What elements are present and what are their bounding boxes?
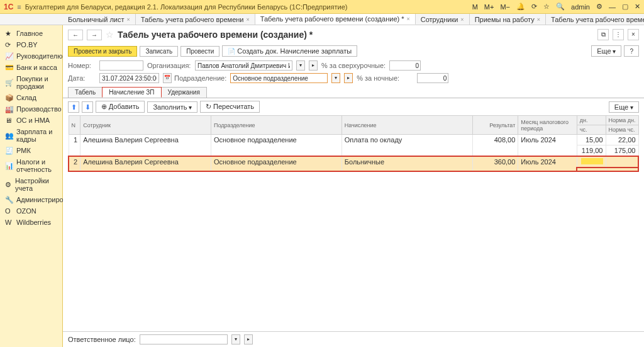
sidebar-item[interactable]: 🖥ОС и НМА <box>0 115 62 126</box>
document-tab[interactable]: Больничный лист× <box>63 14 136 25</box>
move-up-button[interactable]: ⬆ <box>68 101 79 113</box>
document-tab[interactable]: Сотрудники× <box>416 14 470 25</box>
favorite-icon[interactable]: ☆ <box>106 30 114 40</box>
grid-more-button[interactable]: Еще ▾ <box>609 101 639 113</box>
sidebar-item[interactable]: 📈Руководителю <box>0 50 62 62</box>
tab-close-icon[interactable]: × <box>537 16 540 23</box>
sub-tab[interactable]: Табель <box>68 87 103 98</box>
help-button[interactable]: ? <box>624 45 639 57</box>
write-button[interactable]: Записать <box>140 46 178 57</box>
number-input[interactable] <box>99 60 143 71</box>
tab-close-icon[interactable]: × <box>246 16 249 23</box>
tab-close-icon[interactable]: × <box>407 16 410 22</box>
date-input[interactable] <box>99 73 159 83</box>
sidebar-item[interactable]: 🧾РМК <box>0 145 62 156</box>
menu-icon[interactable]: ≡ <box>17 3 21 11</box>
table-row[interactable]: 2Алешина Валерия СергеевнаОсновное подра… <box>69 156 638 168</box>
sidebar-icon: ⚙ <box>5 181 11 188</box>
document-tab[interactable]: Приемы на работу× <box>470 14 546 25</box>
sidebar-icon: 🛒 <box>5 79 13 86</box>
window-controls: M M+ M− 🔔 ⟳ ☆ 🔍 admin ⚙ — ▢ ✕ <box>472 3 640 11</box>
org-open-icon[interactable]: ▸ <box>309 60 318 71</box>
form-row-2: Дата: 📅 Подразделение: ▾▸ % за ночные: <box>63 72 644 84</box>
document-tab[interactable]: Табель учета рабочего времени× <box>136 14 255 25</box>
more-button[interactable]: Еще ▾ <box>591 45 621 57</box>
sidebar-label: Банк и касса <box>16 64 57 71</box>
tab-close-icon[interactable]: × <box>126 16 130 23</box>
footer: Ответственное лицо: ▾▸ <box>63 331 644 347</box>
overtime-label: % за сверхурочные: <box>321 62 386 69</box>
sidebar-item[interactable]: 📊Налоги и отчетность <box>0 156 62 175</box>
dept-open-icon[interactable]: ▸ <box>344 73 353 83</box>
sidebar-item[interactable]: 👥Зарплата и кадры <box>0 126 62 145</box>
table-row[interactable]: 1Алешина Валерия СергеевнаОсновное подра… <box>69 135 638 145</box>
page-header: ← → ☆ Табель учета рабочего времени (соз… <box>63 25 644 44</box>
bell-icon[interactable]: 🔔 <box>516 3 525 11</box>
sidebar-item[interactable]: 🛒Покупки и продажи <box>0 73 62 92</box>
dept-input[interactable] <box>230 73 328 83</box>
sidebar-label: Налоги и отчетность <box>16 158 57 173</box>
sidebar-label: OZON <box>16 207 36 215</box>
sub-tab[interactable]: Удержания <box>161 87 207 98</box>
dept-dropdown-icon[interactable]: ▾ <box>331 73 340 83</box>
create-doc-button[interactable]: 📄 Создать док. Начисление зарплаты <box>222 45 357 57</box>
m-icon[interactable]: M <box>472 3 478 11</box>
night-input[interactable] <box>417 73 448 83</box>
recalc-button[interactable]: ↻ Пересчитать <box>200 101 260 113</box>
sidebar-icon: 🏭 <box>5 105 13 113</box>
sidebar-item[interactable]: 🏭Производство <box>0 103 62 115</box>
sidebar-item[interactable]: WWildberries <box>0 217 62 228</box>
close-icon[interactable]: ✕ <box>635 3 640 11</box>
sidebar-item[interactable]: 📦Склад <box>0 92 62 103</box>
sidebar-icon: ★ <box>5 30 13 37</box>
sidebar-label: Руководителю <box>16 52 62 60</box>
sidebar-icon: W <box>5 219 13 226</box>
page-title: Табель учета рабочего времени (создание)… <box>118 30 313 40</box>
history-icon[interactable]: ⟳ <box>531 3 537 11</box>
settings-icon[interactable]: ⚙ <box>596 3 602 11</box>
responsible-open-icon[interactable]: ▸ <box>244 334 253 344</box>
minimize-icon[interactable]: — <box>609 3 616 11</box>
sidebar-item[interactable]: ⟳PO.BY <box>0 39 62 50</box>
overtime-input[interactable] <box>389 60 421 71</box>
sidebar-label: Wildberries <box>16 219 51 226</box>
sidebar-icon: ⟳ <box>5 41 13 48</box>
data-grid[interactable]: NСотрудникПодразделениеНачислениеРезульт… <box>68 115 639 172</box>
document-tab[interactable]: Табель учета рабочего времени 0000-0055 … <box>546 14 644 25</box>
responsible-input[interactable] <box>140 334 228 344</box>
tab-close-icon[interactable]: × <box>460 16 464 23</box>
org-input[interactable] <box>195 60 292 71</box>
forward-button[interactable]: → <box>87 30 102 40</box>
detach-icon[interactable]: ⧉ <box>597 29 609 40</box>
sidebar-item[interactable]: 💳Банк и касса <box>0 62 62 73</box>
add-button[interactable]: ⊕ Добавить <box>96 101 145 113</box>
fill-button[interactable]: Заполнить ▾ <box>147 101 197 113</box>
night-label: % за ночные: <box>357 74 413 82</box>
options-icon[interactable]: ⋮ <box>613 29 624 40</box>
star-icon[interactable]: ☆ <box>543 3 550 11</box>
calendar-icon[interactable]: 📅 <box>163 73 172 83</box>
sidebar-label: PO.BY <box>16 41 38 48</box>
user-label[interactable]: admin <box>571 3 590 11</box>
sidebar-icon: 🧾 <box>5 147 13 154</box>
sidebar-label: Зарплата и кадры <box>16 128 57 143</box>
document-tab[interactable]: Табель учета рабочего времени (создание)… <box>255 14 416 25</box>
move-down-button[interactable]: ⬇ <box>82 101 93 113</box>
search-icon[interactable]: 🔍 <box>556 3 565 11</box>
post-button[interactable]: Провести <box>180 46 219 57</box>
sidebar-item[interactable]: 🔧Администрирование <box>0 194 62 205</box>
back-button[interactable]: ← <box>68 30 83 40</box>
sidebar-item[interactable]: OOZON <box>0 205 62 217</box>
org-dropdown-icon[interactable]: ▾ <box>296 60 305 71</box>
responsible-dropdown-icon[interactable]: ▾ <box>231 334 240 344</box>
date-label: Дата: <box>68 74 96 82</box>
m-plus-icon[interactable]: M+ <box>484 3 494 11</box>
close-page-icon[interactable]: × <box>628 29 639 40</box>
save-close-button[interactable]: Провести и закрыть <box>68 46 137 57</box>
m-minus-icon[interactable]: M− <box>500 3 510 11</box>
sidebar-item[interactable]: ★Главное <box>0 28 62 39</box>
maximize-icon[interactable]: ▢ <box>622 3 628 11</box>
sidebar-item[interactable]: ⚙Настройки учета <box>0 175 62 194</box>
sub-tab[interactable]: Начисление ЗП <box>102 87 161 98</box>
sidebar-label: Настройки учета <box>15 177 57 192</box>
